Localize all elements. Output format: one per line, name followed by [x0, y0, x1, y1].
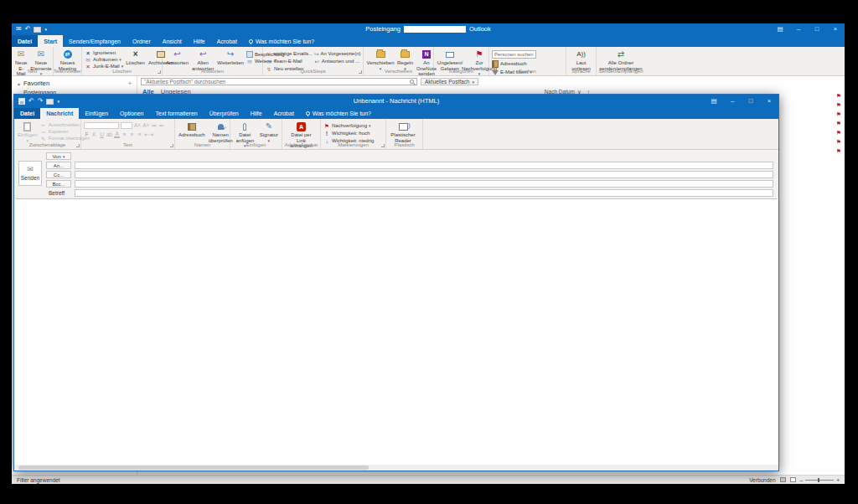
cc-button[interactable]: Cc... — [46, 171, 71, 178]
search-input[interactable] — [144, 79, 410, 85]
address-book-button[interactable]: Adressbuch — [178, 121, 206, 138]
search-scope-dropdown[interactable]: Aktuelles Postfach ▾ — [421, 78, 478, 85]
zoom-in-icon[interactable]: + — [836, 477, 840, 483]
forward-button[interactable]: ↪ Weiterleiten — [216, 49, 245, 66]
favorites-header[interactable]: ▲ Favoriten + — [12, 79, 137, 88]
normal-view-icon[interactable] — [780, 477, 786, 482]
bcc-field[interactable] — [75, 180, 773, 188]
cleanup-button[interactable]: ✉ Aufräumen ▾ — [85, 57, 123, 63]
flagged-message-indicator[interactable]: ⚑ — [836, 130, 841, 136]
reply-button[interactable]: ↩ Antworten — [165, 49, 189, 66]
paste-button[interactable]: Einfügen ▾ — [17, 121, 39, 143]
unread-read-button[interactable]: Ungelesen/ Gelesen — [437, 49, 463, 71]
signature-button[interactable]: ✎ Signatur ▾ — [259, 121, 279, 143]
tab-acrobat[interactable]: Acrobat — [211, 35, 243, 47]
zoom-out-icon[interactable]: – — [800, 477, 804, 483]
flagged-message-indicator[interactable]: ⚑ — [836, 93, 841, 99]
font-name-box[interactable] — [84, 122, 119, 129]
grow-font-icon[interactable]: A˄ — [134, 122, 141, 128]
to-field[interactable] — [75, 162, 773, 169]
tab-ordner[interactable]: Ordner — [127, 35, 157, 47]
minimize-icon[interactable]: – — [789, 23, 808, 35]
tab-einfuegen[interactable]: Einfügen — [79, 108, 114, 119]
ignore-button[interactable]: × Ignorieren — [85, 50, 123, 56]
quickstep-antworten-und[interactable]: ↩ Antworten und ... — [314, 58, 359, 65]
bullets-icon[interactable]: ≔ — [151, 122, 157, 129]
close-icon[interactable]: × — [826, 23, 845, 35]
tab-ueberpruefen[interactable]: Überprüfen — [204, 108, 245, 119]
undo-icon[interactable]: ↶ — [25, 26, 31, 33]
flagged-message-indicator[interactable]: ⚑ — [836, 111, 841, 117]
read-aloud-button[interactable]: A)) Laut vorlesen — [569, 49, 593, 71]
bold-button[interactable]: F — [84, 131, 90, 137]
align-right-icon[interactable]: ≡ — [137, 131, 142, 137]
print-icon[interactable] — [46, 99, 54, 105]
bcc-button[interactable]: Bcc... — [46, 180, 71, 188]
tab-datei[interactable]: Datei — [14, 108, 40, 119]
search-box[interactable] — [141, 78, 417, 85]
send-receive-icon[interactable]: ✉ — [16, 26, 22, 33]
high-importance-button[interactable]: ! Wichtigkeit: hoch — [323, 131, 374, 136]
zoom-slider[interactable]: – + — [800, 477, 840, 483]
tab-hilfe[interactable]: Hilfe — [188, 35, 211, 47]
flagged-message-indicator[interactable]: ⚑ — [836, 102, 841, 108]
immersive-reader-button[interactable]: Plastischer Reader — [389, 121, 417, 143]
quickstep-wichtige-emails[interactable]: ✉ wichtige Emails... — [266, 50, 313, 58]
ribbon-display-options-icon[interactable]: ▤ — [705, 95, 723, 108]
close-icon[interactable]: × — [760, 95, 778, 108]
flagged-message-indicator[interactable]: ⚑ — [836, 139, 841, 145]
rules-button[interactable]: Regeln ▾ — [396, 49, 414, 71]
delete-button[interactable]: × Löschen — [125, 49, 146, 66]
quickstep-an-vorgesetzte[interactable]: ↪ An Vorgesetzte(n) — [314, 50, 359, 58]
tab-acrobat[interactable]: Acrobat — [268, 108, 300, 119]
subject-field[interactable] — [75, 189, 773, 197]
highlight-button[interactable]: ab — [106, 131, 112, 137]
reading-view-icon[interactable] — [790, 477, 796, 482]
minimize-icon[interactable]: – — [723, 95, 742, 108]
tell-me-box[interactable]: Was möchten Sie tun? — [243, 35, 320, 47]
qat-customize-icon[interactable]: ▾ — [57, 100, 59, 104]
tab-senden-empfangen[interactable]: Senden/Empfangen — [63, 35, 127, 47]
new-meeting-button[interactable]: ⇄ Neues Meeting — [56, 49, 79, 71]
save-icon[interactable] — [18, 98, 25, 105]
tab-text-formatieren[interactable]: Text formatieren — [149, 108, 203, 119]
send-button[interactable]: ✉ Senden — [18, 161, 42, 186]
italic-button[interactable]: K — [91, 131, 97, 137]
undo-icon[interactable]: ↶ — [28, 98, 34, 105]
numbering-icon[interactable]: ≕ — [158, 122, 164, 129]
font-color-button[interactable]: A — [114, 131, 120, 138]
tab-optionen[interactable]: Optionen — [114, 108, 149, 119]
tell-me-box[interactable]: Was möchten Sie tun? — [300, 108, 377, 119]
maximize-icon[interactable]: □ — [808, 23, 826, 35]
flagged-message-indicator[interactable]: ⚑ — [836, 148, 841, 154]
address-book-button[interactable]: Adressbuch — [492, 60, 536, 68]
tab-hilfe[interactable]: Hilfe — [245, 108, 268, 119]
ribbon-display-options-icon[interactable]: ▤ — [771, 23, 789, 35]
indent-icons[interactable]: ⇤⇥ — [144, 131, 153, 138]
move-button[interactable]: Verschieben ▾ — [366, 49, 395, 71]
flagged-message-indicator[interactable]: ⚑ — [836, 121, 841, 126]
maximize-icon[interactable]: □ — [742, 95, 760, 108]
reply-all-button[interactable]: ↩ Allen antworten — [191, 49, 214, 71]
find-people-box[interactable]: Personen suchen — [492, 50, 536, 59]
cc-field[interactable] — [75, 171, 773, 178]
zoom-track[interactable] — [805, 480, 834, 481]
underline-button[interactable]: U — [99, 131, 105, 137]
shrink-font-icon[interactable]: A˅ — [142, 122, 149, 128]
quickstep-team-email[interactable]: ✉ Team-E-Mail — [266, 58, 313, 65]
tab-start[interactable]: Start — [38, 35, 63, 47]
font-size-box[interactable] — [121, 122, 132, 129]
message-body[interactable] — [15, 198, 778, 465]
scrollbar-thumb[interactable] — [18, 465, 369, 470]
tab-datei[interactable]: Datei — [12, 35, 38, 47]
redo-icon[interactable]: ↷ — [38, 98, 44, 105]
zoom-thumb[interactable] — [818, 478, 819, 482]
from-button[interactable]: Von ▾ — [46, 152, 71, 160]
tab-ansicht[interactable]: Ansicht — [157, 35, 188, 47]
pin-icon[interactable]: + — [128, 80, 132, 86]
send-receive-all-button[interactable]: ⇄ Alle Ordner senden/empfangen — [599, 49, 643, 71]
print-icon[interactable] — [34, 27, 41, 33]
tab-nachricht[interactable]: Nachricht — [40, 108, 79, 119]
align-center-icon[interactable]: ≡ — [129, 131, 135, 137]
qat-customize-icon[interactable]: ▾ — [44, 28, 47, 32]
